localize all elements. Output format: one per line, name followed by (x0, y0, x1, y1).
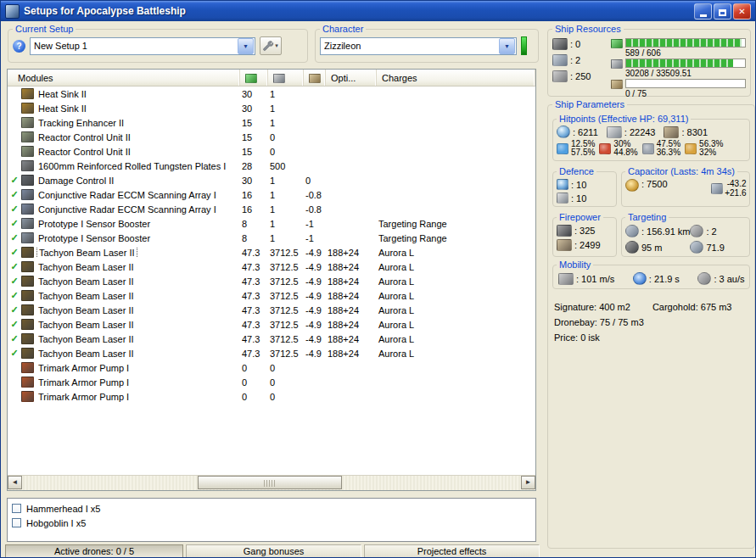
module-row[interactable]: ✓ Tachyon Beam Laser II 47.3 3712.5 -4.9… (8, 332, 535, 346)
cell-powergrid: 1 (268, 118, 304, 128)
setup-combobox[interactable]: New Setup 1 ▼ (30, 37, 255, 55)
module-row[interactable]: ✓ Tachyon Beam Laser II 47.3 3712.5 -4.9… (8, 317, 535, 332)
drone-bay-list: Hammerhead I x5 Hobgoblin I x5 (7, 498, 536, 542)
module-row[interactable]: ✓ Prototype I Sensor Booster 8 1 -1 Targ… (8, 216, 535, 231)
signature-text: Signature: 400 m2 (554, 299, 630, 315)
current-setup-group: Current Setup ? New Setup 1 ▼ ▾ (8, 24, 308, 63)
volley-value: : 325 (574, 226, 595, 236)
module-row[interactable]: 1600mm Reinforced Rolled Tungsten Plates… (8, 159, 535, 173)
kinetic-resist-icon (642, 143, 654, 154)
drone-checkbox[interactable] (12, 504, 21, 513)
titlebar: Setups for Apocalypse Battleship ✕ (1, 1, 755, 21)
fitted-check-icon: ✓ (8, 346, 21, 360)
fitted-check-icon: ✓ (8, 303, 21, 317)
scrollbar-thumb[interactable] (198, 476, 342, 489)
scroll-right-button[interactable]: ► (521, 476, 535, 489)
module-row[interactable]: Trimark Armor Pump I 0 0 (8, 360, 535, 375)
capacitor-column-icon (309, 74, 321, 83)
setup-combobox-arrow-icon[interactable]: ▼ (238, 38, 254, 54)
modules-list: Heat Sink II 30 1 Heat Sink II 30 1 Trac… (8, 86, 535, 475)
module-row[interactable]: ✓ Tachyon Beam Laser II 47.3 3712.5 -4.9… (8, 259, 535, 274)
current-setup-label: Current Setup (13, 24, 76, 34)
character-combobox-arrow-icon[interactable]: ▼ (499, 38, 515, 54)
minimize-button[interactable] (694, 3, 712, 20)
cell-cpu: 15 (240, 147, 268, 157)
module-row[interactable]: ✓ Tachyon Beam Laser II 47.3 3712.5 -4.9… (8, 274, 535, 288)
capacitor-capacity-value: : 7500 (641, 179, 668, 189)
module-row[interactable]: ✓ Tachyon Beam Laser II 47.3 3712.5 -4.9… (8, 245, 535, 259)
ship-parameters-label: Ship Parameters (552, 99, 627, 109)
module-type-icon (21, 146, 34, 157)
cell-powergrid: 1 (268, 219, 304, 229)
character-combobox[interactable]: Zizzileon ▼ (320, 37, 517, 55)
module-row[interactable]: Heat Sink II 30 1 (8, 86, 535, 101)
drone-label: Hammerhead I x5 (26, 504, 100, 514)
module-row[interactable]: ✓ Tachyon Beam Laser II 47.3 3712.5 -4.9… (8, 346, 535, 360)
fitted-check-icon: ✓ (8, 216, 21, 231)
cell-charge: Aurora L (377, 276, 535, 287)
cell-cpu: 15 (240, 118, 268, 128)
module-name: Tracking Enhancer II (36, 118, 126, 128)
module-row[interactable]: Heat Sink II 30 1 (8, 101, 535, 115)
column-header-charges[interactable]: Charges (377, 70, 535, 86)
column-header-capacitor[interactable] (304, 70, 326, 86)
module-row[interactable]: ✓ Damage Control II 30 1 0 (8, 173, 535, 187)
module-row[interactable]: ✓ Tachyon Beam Laser II 47.3 3712.5 -4.9… (8, 303, 535, 317)
module-row[interactable]: ✓ Conjunctive Radar ECCM Scanning Array … (8, 202, 535, 216)
close-button[interactable]: ✕ (733, 3, 751, 20)
column-header-modules[interactable]: Modules (8, 70, 240, 86)
module-row[interactable]: Trimark Armor Pump I 0 0 (8, 389, 535, 404)
cell-optimal: 188+24 (326, 320, 377, 330)
module-type-icon (21, 232, 34, 243)
fitted-check-icon: ✓ (8, 202, 21, 216)
cell-optimal: 188+24 (326, 305, 377, 315)
cell-optimal: 188+24 (326, 349, 377, 359)
scroll-left-button[interactable]: ◄ (8, 476, 22, 489)
cell-cap-use: -4.9 (304, 291, 326, 301)
cargohold-text: Cargohold: 675 m3 (652, 299, 732, 315)
horizontal-scrollbar[interactable]: ◄ ► (8, 475, 535, 490)
module-row[interactable]: ✓ Tachyon Beam Laser II 47.3 3712.5 -4.9… (8, 288, 535, 303)
column-header-cpu[interactable] (240, 70, 268, 86)
kinetic-resist-armor: 36.3% (657, 148, 680, 157)
setup-tools-button[interactable]: ▾ (260, 36, 282, 55)
cell-cpu: 28 (240, 161, 268, 171)
fitted-check-icon: ✓ (8, 317, 21, 332)
gang-bonuses-button[interactable]: Gang bonuses (186, 544, 361, 558)
maximize-button[interactable] (714, 3, 731, 20)
cell-cpu: 8 (240, 219, 268, 229)
module-row[interactable]: ✓ Prototype I Sensor Booster 8 1 -1 Targ… (8, 231, 535, 245)
module-type-icon (21, 333, 34, 344)
cell-charge: Targeting Range (377, 219, 535, 229)
cell-cpu: 30 (240, 176, 268, 186)
module-row[interactable]: Reactor Control Unit II 15 0 (8, 144, 535, 159)
fitted-check-icon: ✓ (8, 187, 21, 202)
cell-cpu: 30 (240, 103, 268, 114)
module-name: Reactor Control Unit II (36, 147, 132, 157)
module-row[interactable]: Trimark Armor Pump I 0 0 (8, 375, 535, 389)
module-name: Reactor Control Unit II (36, 132, 132, 142)
module-name: Tachyon Beam Laser II (36, 334, 136, 344)
projected-effects-button[interactable]: Projected effects (364, 544, 540, 558)
cell-cap-use: -4.9 (304, 248, 326, 258)
targeting-range-value: : 156.91 km (641, 226, 690, 237)
cap-drain-value: -43.2 (725, 179, 746, 188)
cell-powergrid: 0 (268, 147, 304, 157)
resource-bar (625, 38, 746, 47)
help-icon[interactable]: ? (13, 40, 25, 53)
module-type-icon (21, 261, 34, 272)
column-header-powergrid[interactable] (268, 70, 304, 86)
drone-list-item[interactable]: Hammerhead I x5 (12, 501, 531, 516)
shield-icon (557, 126, 570, 138)
fitted-check-icon: ✓ (8, 288, 21, 303)
column-header-optimal[interactable]: Opti... (326, 70, 377, 86)
drone-checkbox[interactable] (12, 518, 21, 527)
cell-powergrid: 3712.5 (268, 349, 304, 359)
module-row[interactable]: Reactor Control Unit II 15 0 (8, 130, 535, 144)
module-row[interactable]: ✓ Conjunctive Radar ECCM Scanning Array … (8, 187, 535, 202)
cell-cap-use: -4.9 (304, 276, 326, 287)
drone-list-item[interactable]: Hobgoblin I x5 (12, 516, 531, 530)
module-name: Trimark Armor Pump I (36, 392, 131, 402)
shield-boost-value: : 10 (571, 180, 586, 190)
module-row[interactable]: Tracking Enhancer II 15 1 (8, 115, 535, 130)
